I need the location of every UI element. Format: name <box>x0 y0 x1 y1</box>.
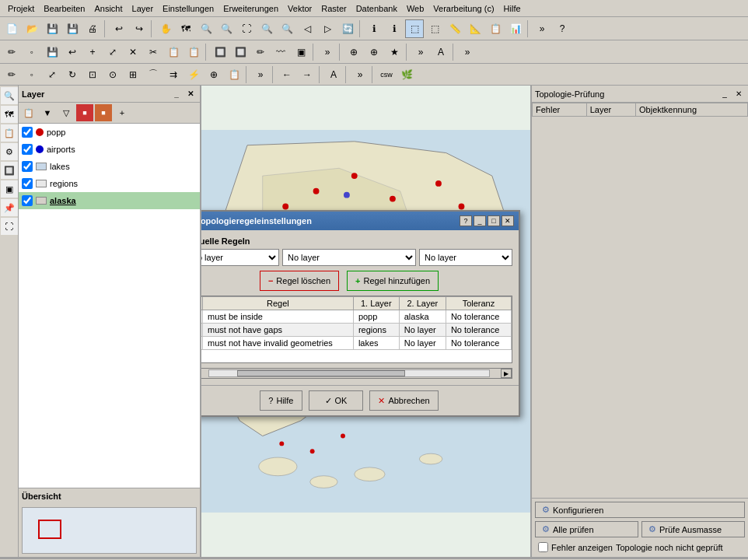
menu-projekt[interactable]: Projekt <box>3 2 39 15</box>
snap-btn[interactable]: 🔲 <box>211 43 229 61</box>
layer2-select[interactable]: No layer <box>419 249 512 266</box>
crs-btn[interactable]: ⊕ <box>344 43 363 61</box>
check-all-btn[interactable]: ⚙ Alle prüfen <box>535 521 638 537</box>
bookmark-btn[interactable]: ★ <box>385 43 404 61</box>
measure-area-btn[interactable]: 📐 <box>466 19 484 38</box>
digitize-btn[interactable]: ✏ <box>2 43 21 61</box>
part-btn[interactable]: ⊞ <box>124 65 142 84</box>
delete-btn[interactable]: ✕ <box>124 43 142 61</box>
layer-visible-airports[interactable] <box>22 144 33 155</box>
scroll-right-arrow[interactable]: ▶ <box>501 369 512 378</box>
save-project-btn[interactable]: 💾 <box>43 19 61 38</box>
menu-erweiterungen[interactable]: Erweiterungen <box>218 2 283 15</box>
more3-btn[interactable]: » <box>411 43 430 61</box>
layer-visible-alaska[interactable] <box>22 195 33 206</box>
identify-btn[interactable]: ℹ <box>365 19 383 38</box>
topology-btn[interactable]: 🔲 <box>231 43 250 61</box>
label2-btn[interactable]: A <box>324 65 343 84</box>
layer-item-lakes[interactable]: lakes <box>19 158 200 175</box>
table-row[interactable]: 1 must be inside popp alaska No toleranc… <box>201 310 512 324</box>
dialog-close-btn[interactable]: ✕ <box>502 215 514 226</box>
more6-btn[interactable]: » <box>351 65 369 84</box>
zoom-out-btn[interactable]: 🔍 <box>217 19 236 38</box>
select-btn[interactable]: ⬚ <box>405 19 424 38</box>
fill-btn[interactable]: ▣ <box>292 43 310 61</box>
new-project-btn[interactable]: 📄 <box>2 19 21 38</box>
attr-btn[interactable]: 📋 <box>225 65 243 84</box>
cut-btn[interactable]: ✂ <box>144 43 163 61</box>
open-project-btn[interactable]: 📂 <box>23 19 41 38</box>
layer-remove-btn[interactable]: ▼ <box>39 104 56 121</box>
add-feature-btn[interactable]: + <box>83 43 102 61</box>
configure-btn[interactable]: ⚙ Konfigurieren <box>535 502 745 518</box>
menu-ansicht[interactable]: Ansicht <box>89 2 127 15</box>
table-row[interactable]: 3 must not have invalid geometries lakes… <box>201 337 512 350</box>
cswbtn[interactable]: csw <box>377 65 396 84</box>
undo-btn[interactable]: ↩ <box>110 19 128 38</box>
print-btn[interactable]: 🖨 <box>83 19 102 38</box>
attributes-btn[interactable]: 📋 <box>486 19 505 38</box>
move2-btn[interactable]: ⤢ <box>43 65 61 84</box>
more2-btn[interactable]: » <box>318 43 337 61</box>
layer1-select[interactable]: No layer <box>201 249 279 266</box>
menu-layer[interactable]: Layer <box>128 2 159 15</box>
menu-einstellungen[interactable]: Einstellungen <box>158 2 218 15</box>
copy-btn[interactable]: 📋 <box>164 43 183 61</box>
zoom-layer-btn[interactable]: 🔍 <box>257 19 276 38</box>
offset-btn[interactable]: ⇉ <box>164 65 183 84</box>
merge-btn[interactable]: ⊕ <box>204 65 223 84</box>
refresh-btn[interactable]: 🔄 <box>338 19 357 38</box>
grass-btn[interactable]: 🌿 <box>397 65 416 84</box>
measure-btn[interactable]: 📏 <box>446 19 464 38</box>
dialog-minimize-btn[interactable]: _ <box>474 215 486 226</box>
more-btn[interactable]: » <box>533 19 551 38</box>
paste-btn[interactable]: 📋 <box>184 43 203 61</box>
layer-item-airports[interactable]: airports <box>19 141 200 158</box>
topo-panel-minimize[interactable]: _ <box>718 88 731 100</box>
reshape-btn[interactable]: ⌒ <box>144 65 163 84</box>
layer-item-regions[interactable]: regions <box>19 175 200 192</box>
layer-visible-regions[interactable] <box>22 178 33 189</box>
zoom-selection-btn[interactable]: 🔍 <box>278 19 296 38</box>
rule-select[interactable]: No layerpoppairportslakesregionsalaska <box>282 249 416 266</box>
side-btn-5[interactable]: 🔲 <box>1 162 18 179</box>
digitize3-btn[interactable]: ✏ <box>2 65 21 84</box>
layer-visible-lakes[interactable] <box>22 161 33 172</box>
scale-btn[interactable]: ⊡ <box>83 65 102 84</box>
side-btn-3[interactable]: 📋 <box>1 124 18 142</box>
dialog-help-btn[interactable]: ? <box>460 215 472 226</box>
cancel-button[interactable]: ✕ Abbrechen <box>369 390 438 411</box>
layer-item-alaska[interactable]: alaska <box>19 192 200 209</box>
layer-add-btn[interactable]: 📋 <box>20 104 37 121</box>
menu-vektor[interactable]: Vektor <box>283 2 316 15</box>
zoom-extent-btn[interactable]: ⛶ <box>237 19 256 38</box>
more5-btn[interactable]: » <box>251 65 270 84</box>
save-layer-btn[interactable]: 💾 <box>43 43 61 61</box>
move-btn[interactable]: ⤢ <box>103 43 122 61</box>
statistics-btn[interactable]: 📊 <box>506 19 525 38</box>
help-toolbar-btn[interactable]: ? <box>553 19 571 38</box>
menu-datenbank[interactable]: Datenbank <box>351 2 402 15</box>
layer-panel-close[interactable]: ✕ <box>184 88 197 100</box>
rollback-btn[interactable]: ↩ <box>63 43 82 61</box>
more4-btn[interactable]: » <box>458 43 477 61</box>
menu-raster[interactable]: Raster <box>316 2 351 15</box>
menu-hilfe[interactable]: Hilfe <box>499 2 526 15</box>
node2-btn[interactable]: ◦ <box>23 65 41 84</box>
pan-map-btn[interactable]: 🗺 <box>177 19 195 38</box>
zoom-prev-btn[interactable]: ◁ <box>298 19 316 38</box>
side-btn-4[interactable]: ⚙ <box>1 143 18 160</box>
side-btn-6[interactable]: ▣ <box>1 180 18 198</box>
ok-button[interactable]: ✓ OK <box>309 390 364 411</box>
map-area[interactable]: ✏ Topologieregeleinstellungen ? _ □ ✕ Ak… <box>201 86 530 557</box>
dialog-restore-btn[interactable]: □ <box>488 215 500 226</box>
check-extent-btn[interactable]: ⚙ Prüfe Ausmasse <box>641 521 745 537</box>
ring-btn[interactable]: ⊙ <box>103 65 122 84</box>
lat-btn[interactable]: ⊕ <box>365 43 383 61</box>
menu-bearbeiten[interactable]: Bearbeiten <box>39 2 89 15</box>
redo-btn[interactable]: ↪ <box>130 19 149 38</box>
zoom-next-btn[interactable]: ▷ <box>318 19 337 38</box>
arrow-left-btn[interactable]: ← <box>278 65 296 84</box>
label-btn[interactable]: A <box>432 43 450 61</box>
zoom-in-btn[interactable]: 🔍 <box>197 19 215 38</box>
